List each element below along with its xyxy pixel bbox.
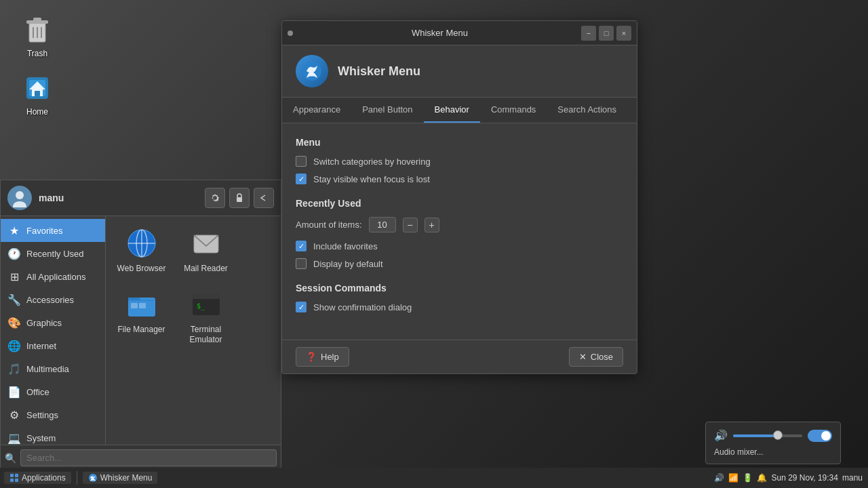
accessories-icon: 🔧	[7, 293, 21, 306]
sidebar-office-label: Office	[26, 387, 50, 397]
menu-search-bar: 🔍	[1, 445, 281, 470]
toggle-knob	[821, 431, 831, 441]
checkbox-stay-visible[interactable]	[296, 174, 307, 184]
sidebar-item-multimedia[interactable]: 🎵 Multimedia	[1, 357, 105, 380]
session-commands-section: Session Commands Show confirmation dialo…	[296, 283, 623, 312]
lock-action-btn[interactable]	[229, 188, 250, 208]
svg-text:$_: $_	[197, 302, 205, 310]
tab-search-actions[interactable]: Search Actions	[547, 98, 627, 123]
sidebar-item-graphics[interactable]: 🎨 Graphics	[1, 311, 105, 334]
whisker-menu-taskbar-label: Whisker Menu	[100, 473, 153, 483]
sidebar-item-recently-used[interactable]: 🕐 Recently Used	[1, 242, 105, 265]
svg-point-10	[13, 201, 26, 207]
title-bar: Whisker Menu − □ ×	[282, 21, 637, 45]
taskbar-volume-icon[interactable]: 🔊	[714, 473, 724, 483]
app-item-file-manager[interactable]: File Manager	[113, 284, 170, 348]
sidebar-item-settings[interactable]: ⚙ Settings	[1, 403, 105, 426]
checkbox-show-confirmation[interactable]	[296, 302, 307, 312]
app-item-web-browser[interactable]: Web Browser	[113, 223, 170, 277]
dialog-app-name: Whisker Menu	[338, 64, 420, 79]
checkbox-include-favorites[interactable]	[296, 241, 307, 251]
taskbar-right: 🔊 📶 🔋 🔔 Sun 29 Nov, 19:34 manu	[709, 473, 868, 483]
graphics-icon: 🎨	[7, 316, 21, 329]
checkbox-switch-categories[interactable]	[296, 156, 307, 167]
tab-commands[interactable]: Commands	[480, 98, 547, 123]
favorites-icon: ★	[7, 224, 21, 237]
tabs: Appearance Panel Button Behavior Command…	[282, 98, 637, 123]
close-dialog-icon: ✕	[579, 352, 587, 362]
sidebar-item-favorites[interactable]: ★ Favorites	[1, 219, 105, 242]
trash-icon	[21, 14, 54, 46]
svg-rect-11	[237, 197, 242, 202]
terminal-emulator-icon: $_	[190, 288, 222, 321]
decrement-btn[interactable]: −	[403, 218, 418, 232]
increment-btn[interactable]: +	[425, 218, 439, 232]
svg-rect-8	[35, 91, 40, 96]
search-icon: 🔍	[5, 453, 16, 464]
sidebar-item-accessories[interactable]: 🔧 Accessories	[1, 288, 105, 311]
applications-icon	[9, 473, 19, 483]
trash-label: Trash	[27, 49, 47, 58]
desktop-icon-home[interactable]: Home	[14, 72, 61, 117]
sidebar-item-all-applications[interactable]: ⊞ All Applications	[1, 265, 105, 288]
label-switch-categories: Switch categories by hovering	[313, 157, 431, 167]
taskbar-whisker-menu-btn[interactable]: Whisker Menu	[83, 472, 158, 484]
search-input[interactable]	[20, 449, 277, 466]
desktop-icons: Trash Home	[14, 14, 61, 117]
sidebar-multimedia-label: Multimedia	[26, 364, 69, 374]
apps-grid: Web Browser Mail Reader	[106, 216, 281, 445]
whisker-menu-icon	[88, 473, 98, 483]
menu-body: ★ Favorites 🕐 Recently Used ⊞ All Applic…	[1, 216, 281, 445]
title-dot	[288, 30, 293, 36]
settings-action-btn[interactable]	[205, 188, 225, 208]
sidebar-item-system[interactable]: 💻 System	[1, 426, 105, 445]
svg-rect-30	[10, 479, 14, 482]
checkbox-display-by-default[interactable]	[296, 258, 307, 269]
taskbar-network-icon: 📶	[728, 473, 738, 483]
taskbar-user: manu	[842, 473, 863, 483]
app-menu-panel: manu ★ Fav	[0, 180, 281, 471]
taskbar-applications-btn[interactable]: Applications	[4, 472, 71, 484]
audio-mixer-popup: 🔊 Audio mixer...	[705, 422, 841, 464]
taskbar-notification-icon: 🔔	[757, 473, 767, 483]
tab-behavior[interactable]: Behavior	[424, 98, 480, 123]
desktop-icon-trash[interactable]: Trash	[14, 14, 61, 58]
web-browser-label: Web Browser	[117, 264, 166, 273]
sidebar-item-internet[interactable]: 🌐 Internet	[1, 334, 105, 357]
tab-panel-button[interactable]: Panel Button	[351, 98, 423, 123]
option-include-favorites: Include favorites	[296, 241, 623, 251]
sidebar-graphics-label: Graphics	[26, 318, 62, 328]
close-title-button[interactable]: ×	[616, 26, 631, 41]
user-header: manu	[1, 180, 281, 216]
recently-used-icon: 🕐	[7, 247, 21, 260]
app-item-terminal-emulator[interactable]: $_ Terminal Emulator	[177, 284, 235, 348]
svg-rect-29	[15, 474, 18, 477]
volume-toggle[interactable]	[808, 430, 832, 442]
taskbar: Applications Whisker Menu 🔊 📶 🔋 🔔 Sun 29…	[0, 468, 868, 488]
label-stay-visible: Stay visible when focus is lost	[313, 174, 430, 184]
recently-used-section-title: Recently Used	[296, 198, 623, 209]
recently-used-section: Recently Used Amount of items: 10 − + In…	[296, 198, 623, 269]
volume-slider-track[interactable]	[733, 434, 802, 437]
office-icon: 📄	[7, 385, 21, 399]
tab-appearance[interactable]: Appearance	[282, 98, 351, 123]
minimize-button[interactable]: −	[581, 26, 596, 41]
label-include-favorites: Include favorites	[313, 241, 378, 251]
taskbar-left: Applications Whisker Menu	[0, 471, 161, 485]
help-icon: ❓	[306, 352, 317, 362]
close-dialog-button[interactable]: ✕ Close	[569, 347, 623, 367]
taskbar-separator	[77, 471, 77, 485]
sidebar-accessories-label: Accessories	[26, 295, 74, 305]
close-dialog-label: Close	[591, 352, 613, 362]
sidebar-item-office[interactable]: 📄 Office	[1, 380, 105, 403]
amount-value: 10	[369, 217, 396, 232]
label-show-confirmation: Show confirmation dialog	[313, 302, 412, 312]
maximize-button[interactable]: □	[599, 26, 614, 41]
app-item-mail-reader[interactable]: Mail Reader	[177, 223, 235, 277]
dialog-title-text: Whisker Menu	[298, 28, 581, 38]
help-button[interactable]: ❓ Help	[296, 347, 349, 367]
applications-label: Applications	[22, 473, 66, 483]
system-icon: 💻	[7, 431, 21, 445]
back-action-btn[interactable]	[254, 188, 274, 208]
menu-section-title: Menu	[296, 137, 623, 148]
